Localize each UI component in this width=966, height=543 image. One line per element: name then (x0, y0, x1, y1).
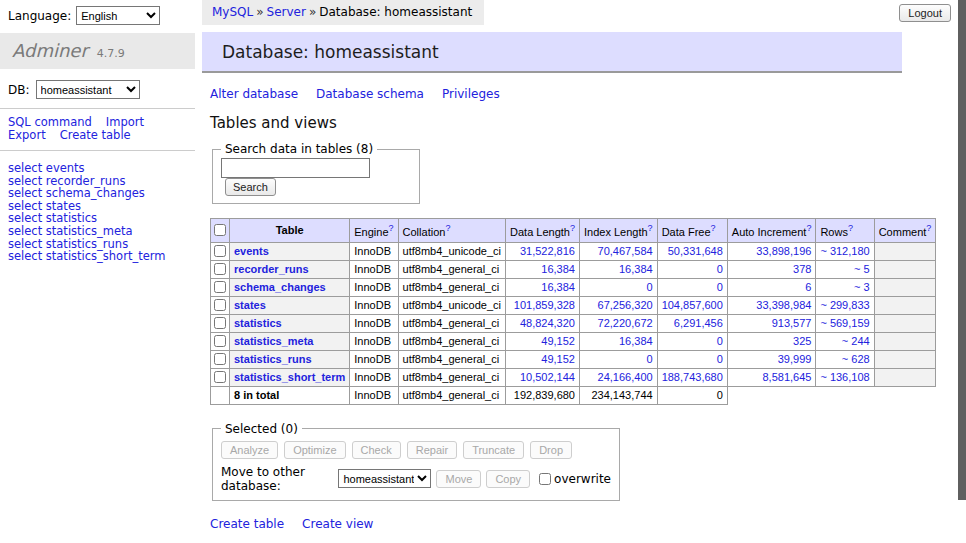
sidebar-create-table-link[interactable]: Create table (60, 128, 131, 142)
table-name-link[interactable]: recorder_runs (234, 263, 309, 275)
select-all-checkbox[interactable] (214, 224, 226, 236)
auto-increment-link[interactable]: 378 (793, 263, 811, 275)
data-free-link[interactable]: 50,331,648 (668, 245, 723, 257)
data-free-link[interactable]: 188,743,680 (662, 371, 723, 383)
index-length-link[interactable]: 67,256,320 (598, 299, 653, 311)
row-checkbox[interactable] (214, 299, 226, 311)
index-length-link[interactable]: 24,166,400 (598, 371, 653, 383)
rows-count-link[interactable]: ~ 569,159 (820, 317, 869, 329)
data-length-link[interactable]: 16,384 (541, 281, 575, 293)
repair-button[interactable]: Repair (407, 441, 457, 459)
data-length-link[interactable]: 31,522,816 (520, 245, 575, 257)
table-name-link[interactable]: events (234, 245, 269, 257)
index-length-link[interactable]: 70,467,584 (598, 245, 653, 257)
rows-count-link[interactable]: ~ 244 (842, 335, 870, 347)
check-button[interactable]: Check (352, 441, 401, 459)
data-length-link[interactable]: 101,859,328 (514, 299, 575, 311)
column-help-link[interactable]: ? (926, 223, 931, 233)
analyze-button[interactable]: Analyze (221, 441, 278, 459)
rows-count-link[interactable]: ~ 312,180 (820, 245, 869, 257)
scrollbar-thumb[interactable] (958, 0, 966, 500)
truncate-button[interactable]: Truncate (463, 441, 524, 459)
rows-count-link[interactable]: ~ 5 (854, 263, 870, 275)
index-length-link[interactable]: 72,220,672 (598, 317, 653, 329)
column-help-link[interactable]: ? (711, 223, 716, 233)
row-checkbox[interactable] (214, 281, 226, 293)
sidebar-select-link[interactable]: select statistics_meta (8, 225, 187, 238)
breadcrumb-mysql-link[interactable]: MySQL (212, 5, 253, 19)
data-free-cell: 188,743,680 (657, 368, 727, 386)
language-select[interactable]: English (76, 6, 160, 25)
create-view-link[interactable]: Create view (302, 517, 373, 531)
data-free-link[interactable]: 0 (717, 263, 723, 275)
data-free-link[interactable]: 104,857,600 (662, 299, 723, 311)
table-name-link[interactable]: statistics_runs (234, 353, 312, 365)
vertical-scrollbar[interactable] (958, 0, 966, 543)
auto-increment-link[interactable]: 33,398,984 (756, 299, 811, 311)
column-help-link[interactable]: ? (806, 223, 811, 233)
sidebar-select-link[interactable]: select schema_changes (8, 187, 187, 200)
data-length-link[interactable]: 16,384 (541, 263, 575, 275)
row-checkbox[interactable] (214, 245, 226, 257)
table-name-link[interactable]: states (234, 299, 266, 311)
table-name-link[interactable]: statistics_meta (234, 335, 314, 347)
privileges-link[interactable]: Privileges (442, 87, 500, 101)
sidebar-export-link[interactable]: Export (8, 128, 46, 142)
data-length-link[interactable]: 49,152 (541, 353, 575, 365)
column-help-link[interactable]: ? (570, 223, 575, 233)
auto-increment-link[interactable]: 39,999 (778, 353, 812, 365)
search-button[interactable]: Search (225, 178, 276, 196)
auto-increment-link[interactable]: 325 (793, 335, 811, 347)
index-length-link[interactable]: 0 (647, 281, 653, 293)
search-input[interactable] (221, 158, 370, 178)
auto-increment-link[interactable]: 913,577 (772, 317, 812, 329)
row-checkbox[interactable] (214, 335, 226, 347)
column-help-link[interactable]: ? (445, 223, 450, 233)
column-help-link[interactable]: ? (389, 223, 394, 233)
overwrite-option[interactable]: overwrite (535, 472, 611, 486)
optimize-button[interactable]: Optimize (284, 441, 345, 459)
data-length-link[interactable]: 49,152 (541, 335, 575, 347)
table-name-link[interactable]: statistics (234, 317, 282, 329)
overwrite-checkbox[interactable] (539, 473, 551, 485)
row-checkbox[interactable] (214, 371, 226, 383)
data-length-link[interactable]: 10,502,144 (520, 371, 575, 383)
auto-increment-link[interactable]: 8,581,645 (762, 371, 811, 383)
rows-count-link[interactable]: ~ 136,108 (820, 371, 869, 383)
rows-count-link[interactable]: ~ 628 (842, 353, 870, 365)
auto-increment-link[interactable]: 33,898,196 (756, 245, 811, 257)
data-free-link[interactable]: 6,291,456 (674, 317, 723, 329)
sidebar-import-link[interactable]: Import (106, 115, 144, 129)
table-name-link[interactable]: schema_changes (234, 281, 326, 293)
move-button[interactable]: Move (436, 470, 481, 488)
data-free-link[interactable]: 0 (717, 353, 723, 365)
column-help-link[interactable]: ? (848, 223, 853, 233)
rows-count-link[interactable]: ~ 3 (854, 281, 870, 293)
comment-cell (874, 350, 936, 368)
row-checkbox[interactable] (214, 263, 226, 275)
sidebar-sql-command-link[interactable]: SQL command (8, 115, 92, 129)
data-free-link[interactable]: 0 (717, 281, 723, 293)
column-help-link[interactable]: ? (648, 223, 653, 233)
drop-button[interactable]: Drop (530, 441, 572, 459)
index-length-link[interactable]: 16,384 (619, 263, 653, 275)
index-length-link[interactable]: 16,384 (619, 335, 653, 347)
database-schema-link[interactable]: Database schema (316, 87, 424, 101)
alter-database-link[interactable]: Alter database (210, 87, 298, 101)
row-checkbox[interactable] (214, 317, 226, 329)
auto-increment-link[interactable]: 6 (805, 281, 811, 293)
move-db-select[interactable]: homeassistant (338, 469, 431, 488)
rows-count-link[interactable]: ~ 299,833 (820, 299, 869, 311)
row-checkbox[interactable] (214, 353, 226, 365)
index-length-link[interactable]: 0 (647, 353, 653, 365)
sidebar-select-link[interactable]: select events (8, 162, 187, 175)
copy-button[interactable]: Copy (486, 470, 530, 488)
logout-button[interactable]: Logout (899, 4, 951, 22)
data-length-link[interactable]: 48,824,320 (520, 317, 575, 329)
data-free-link[interactable]: 0 (717, 335, 723, 347)
table-name-link[interactable]: statistics_short_term (234, 371, 345, 383)
breadcrumb-server-link[interactable]: Server (267, 5, 306, 19)
db-select[interactable]: homeassistant (36, 80, 140, 99)
create-table-link[interactable]: Create table (210, 517, 284, 531)
sidebar-select-link[interactable]: select statistics_short_term (8, 250, 187, 263)
